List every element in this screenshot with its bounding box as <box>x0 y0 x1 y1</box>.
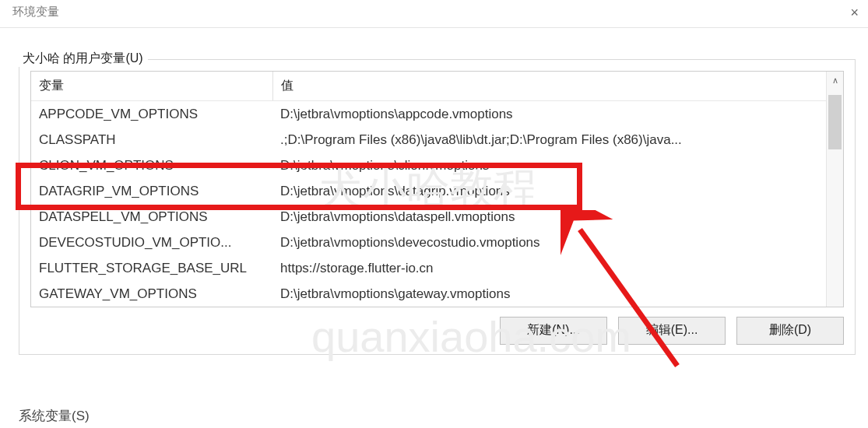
delete-button[interactable]: 删除(D) <box>736 317 844 345</box>
user-vars-table-wrap: 变量 值 APPCODE_VM_OPTIONSD:\jetbra\vmoptio… <box>30 71 844 307</box>
cell-variable: FLUTTER_STORAGE_BASE_URL <box>31 255 272 281</box>
table-row[interactable]: APPCODE_VM_OPTIONSD:\jetbra\vmoptions\ap… <box>31 101 843 127</box>
table-row[interactable]: FLUTTER_STORAGE_BASE_URLhttps://storage.… <box>31 255 843 281</box>
user-vars-group: 犬小哈 的用户变量(U) 变量 值 APPCODE_VM_OPTIONSD:\j… <box>19 59 856 355</box>
table-row[interactable]: DEVECOSTUDIO_VM_OPTIO...D:\jetbra\vmopti… <box>31 230 843 255</box>
system-vars-label-cut: 系统变量(S) <box>19 407 90 425</box>
cell-value: D:\jetbra\vmoptions\gateway.vmoptions <box>272 281 843 307</box>
close-icon[interactable]: × <box>850 5 859 19</box>
cell-variable: DEVECOSTUDIO_VM_OPTIO... <box>31 230 272 255</box>
edit-button[interactable]: 编辑(E)... <box>618 317 726 345</box>
cell-variable: APPCODE_VM_OPTIONS <box>31 101 272 127</box>
cell-value: D:\jetbra\vmoptions\clion.vmoptions <box>272 153 843 178</box>
table-row[interactable]: CLION_VM_OPTIONSD:\jetbra\vmoptions\clio… <box>31 153 843 178</box>
cell-value: D:\jetbra\vmoptions\dataspell.vmoptions <box>272 204 843 230</box>
titlebar: 环境变量 × <box>0 0 868 28</box>
table-row[interactable]: GATEWAY_VM_OPTIONSD:\jetbra\vmoptions\ga… <box>31 281 843 307</box>
user-vars-buttons: 新建(N)... 编辑(E)... 删除(D) <box>500 317 844 345</box>
cell-variable: GATEWAY_VM_OPTIONS <box>31 281 272 307</box>
table-header-row: 变量 值 <box>31 72 843 101</box>
window-title: 环境变量 <box>12 5 59 19</box>
cell-value: https://storage.flutter-io.cn <box>272 255 843 281</box>
new-button[interactable]: 新建(N)... <box>500 317 607 345</box>
user-vars-label: 犬小哈 的用户变量(U) <box>18 51 148 67</box>
dialog-body: 犬小哈 的用户变量(U) 变量 值 APPCODE_VM_OPTIONSD:\j… <box>0 28 868 355</box>
table-row[interactable]: CLASSPATH.;D:\Program Files (x86)\java8\… <box>31 127 843 153</box>
cell-variable: CLASSPATH <box>31 127 272 153</box>
scrollbar[interactable]: ∧ <box>826 72 843 307</box>
cell-value: D:\jetbra\vmoptions\devecostudio.vmoptio… <box>272 230 843 255</box>
table-row[interactable]: DATAGRIP_VM_OPTIONSD:\jetbra\vmoptions\d… <box>31 178 843 204</box>
cell-variable: DATASPELL_VM_OPTIONS <box>31 204 272 230</box>
col-header-variable[interactable]: 变量 <box>31 72 272 101</box>
cell-value: D:\jetbra\vmoptions\appcode.vmoptions <box>272 101 843 127</box>
cell-variable: CLION_VM_OPTIONS <box>31 153 272 178</box>
user-vars-table[interactable]: 变量 值 APPCODE_VM_OPTIONSD:\jetbra\vmoptio… <box>31 72 843 307</box>
scroll-thumb[interactable] <box>828 95 842 149</box>
cell-value: D:\jetbra\vmoptions\datagrip.vmoptions <box>272 178 843 204</box>
cell-value: .;D:\Program Files (x86)\java8\lib\dt.ja… <box>272 127 843 153</box>
table-row[interactable]: DATASPELL_VM_OPTIONSD:\jetbra\vmoptions\… <box>31 204 843 230</box>
scroll-up-icon[interactable]: ∧ <box>827 75 843 86</box>
col-header-value[interactable]: 值 <box>272 72 843 101</box>
cell-variable: DATAGRIP_VM_OPTIONS <box>31 178 272 204</box>
